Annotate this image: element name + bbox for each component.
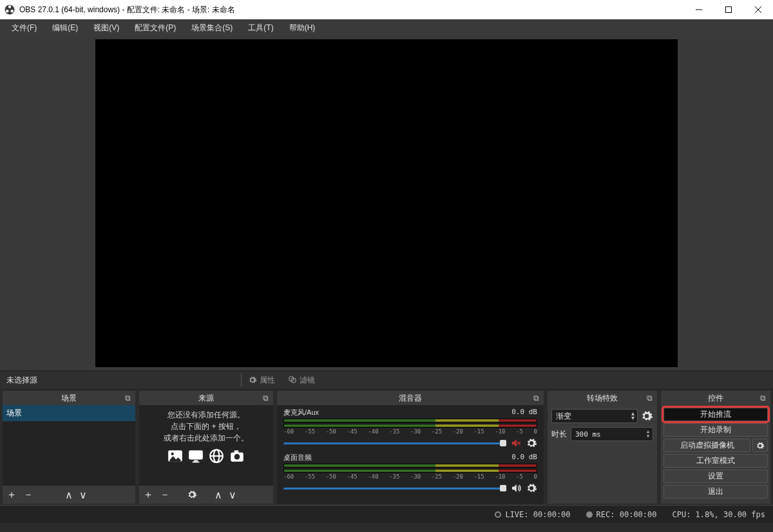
- desktop-ticks: -60-55-50-45-40-35-30-25-20-15-10-50: [283, 473, 537, 480]
- mixer-header: 混音器 ⧉: [277, 391, 544, 405]
- sources-hint-2: 点击下面的 + 按钮，: [146, 421, 267, 432]
- controls-header: 控件 ⧉: [661, 391, 770, 405]
- scenes-list[interactable]: 场景: [3, 405, 135, 486]
- no-source-selected-label: 未选择源: [0, 375, 44, 386]
- exit-button[interactable]: 退出: [663, 485, 768, 499]
- maximize-button[interactable]: [714, 0, 743, 19]
- source-down-button[interactable]: ∨: [229, 489, 236, 501]
- remove-scene-button[interactable]: －: [23, 488, 33, 502]
- start-streaming-button[interactable]: 开始推流: [663, 408, 768, 421]
- scene-down-button[interactable]: ∨: [79, 489, 87, 501]
- gear-icon[interactable]: [640, 410, 653, 423]
- svg-rect-5: [726, 7, 732, 13]
- mic-label: 麦克风/Aux: [283, 408, 319, 417]
- status-rec: REC: 00:00:00: [586, 510, 657, 519]
- properties-label: 属性: [260, 375, 275, 386]
- scenes-toolbar: ＋ － ∧ ∨: [3, 486, 135, 504]
- svg-point-20: [234, 454, 240, 460]
- duration-label: 时长: [551, 429, 567, 440]
- start-recording-button[interactable]: 开始录制: [663, 423, 768, 437]
- source-props-button[interactable]: [187, 489, 197, 500]
- chevron-updown-icon: ▴▾: [631, 411, 635, 420]
- popout-icon[interactable]: ⧉: [260, 393, 271, 403]
- start-virtual-camera-button[interactable]: 启动虚拟摄像机: [663, 439, 750, 452]
- browser-source-icon: [208, 448, 225, 464]
- image-source-icon: [167, 448, 184, 464]
- menu-scene-collection[interactable]: 场景集合(S): [184, 20, 240, 36]
- filters-button[interactable]: 滤镜: [282, 375, 321, 386]
- mic-meter-2: [283, 424, 537, 428]
- scene-up-button[interactable]: ∧: [65, 489, 73, 501]
- status-bar: LIVE: 00:00:00 REC: 00:00:00 CPU: 1.8%, …: [0, 505, 773, 523]
- sources-header: 来源 ⧉: [139, 391, 273, 405]
- filters-label: 滤镜: [300, 375, 315, 386]
- add-scene-button[interactable]: ＋: [6, 488, 17, 502]
- menu-tools[interactable]: 工具(T): [240, 20, 281, 36]
- menu-view[interactable]: 视图(V): [86, 20, 127, 36]
- transitions-header: 转场特效 ⧉: [548, 391, 657, 405]
- desktop-label: 桌面音频: [283, 453, 312, 462]
- remove-source-button[interactable]: －: [160, 488, 170, 502]
- duration-value: 300 ms: [575, 430, 601, 439]
- mixer-body: 麦克风/Aux 0.0 dB -60-55-50-45-40-35-30-25-…: [277, 405, 544, 504]
- menu-help[interactable]: 帮助(H): [282, 20, 323, 36]
- popout-icon[interactable]: ⧉: [122, 393, 133, 403]
- cpu-text: CPU: 1.8%, 30.00 fps: [673, 510, 766, 519]
- svg-point-1: [8, 5, 12, 8]
- preview-canvas[interactable]: [95, 39, 678, 367]
- rec-indicator-icon: [586, 511, 593, 518]
- camera-source-icon: [229, 448, 245, 464]
- menu-profile[interactable]: 配置文件(P): [127, 20, 184, 36]
- sources-toolbar: ＋ － ∧ ∨: [139, 486, 273, 504]
- filter-icon: [288, 375, 297, 385]
- mic-ticks: -60-55-50-45-40-35-30-25-20-15-10-50: [283, 428, 537, 435]
- svg-point-11: [171, 453, 174, 455]
- live-text: LIVE: 00:00:00: [505, 510, 570, 519]
- minimize-button[interactable]: [684, 0, 714, 19]
- transitions-body: 渐变 ▴▾ 时长 300 ms ▴▾: [548, 405, 657, 504]
- virtual-camera-settings-button[interactable]: [752, 439, 768, 452]
- mixer-channel-mic: 麦克风/Aux 0.0 dB -60-55-50-45-40-35-30-25-…: [277, 405, 544, 450]
- status-live: LIVE: 00:00:00: [495, 510, 570, 519]
- gear-icon[interactable]: [526, 482, 537, 494]
- speaker-muted-icon[interactable]: [510, 437, 522, 449]
- mic-db: 0.0 dB: [511, 408, 537, 417]
- sources-list[interactable]: 您还没有添加任何源。 点击下面的 + 按钮， 或者右击此处添加一个。: [139, 405, 273, 486]
- duration-input[interactable]: 300 ms ▴▾: [571, 427, 653, 441]
- speaker-icon[interactable]: [510, 482, 522, 494]
- transitions-panel: 转场特效 ⧉ 渐变 ▴▾ 时长 300 ms ▴▾: [548, 391, 657, 504]
- svg-point-3: [11, 10, 14, 13]
- mic-meter: [283, 419, 537, 423]
- menu-edit[interactable]: 编辑(E): [44, 20, 86, 36]
- close-button[interactable]: [743, 0, 773, 19]
- preview-area: [0, 36, 773, 370]
- transition-selected: 渐变: [556, 411, 571, 422]
- source-up-button[interactable]: ∧: [215, 489, 222, 501]
- live-indicator-icon: [495, 511, 501, 518]
- mixer-channel-desktop: 桌面音频 0.0 dB -60-55-50-45-40-35-30-25-20-…: [277, 450, 544, 495]
- source-type-icons: [139, 448, 273, 464]
- scene-item[interactable]: 场景: [3, 405, 135, 421]
- desktop-meter: [283, 464, 537, 468]
- window-title: OBS 27.0.1 (64-bit, windows) - 配置文件: 未命名…: [19, 5, 684, 15]
- desktop-volume-slider[interactable]: [283, 485, 506, 491]
- menu-bar: 文件(F) 编辑(E) 视图(V) 配置文件(P) 场景集合(S) 工具(T) …: [0, 19, 773, 36]
- svg-rect-12: [189, 450, 203, 459]
- transitions-title: 转场特效: [587, 393, 618, 404]
- add-source-button[interactable]: ＋: [143, 488, 153, 502]
- mic-volume-slider[interactable]: [283, 440, 506, 446]
- popout-icon[interactable]: ⧉: [758, 393, 768, 403]
- svg-point-2: [6, 10, 9, 13]
- gear-icon[interactable]: [526, 437, 537, 449]
- menu-file[interactable]: 文件(F): [4, 20, 44, 36]
- transition-select[interactable]: 渐变 ▴▾: [551, 409, 638, 423]
- settings-button[interactable]: 设置: [663, 470, 768, 483]
- desktop-meter-2: [283, 469, 537, 473]
- rec-text: REC: 00:00:00: [596, 510, 657, 519]
- studio-mode-button[interactable]: 工作室模式: [663, 454, 768, 468]
- mixer-title: 混音器: [399, 393, 422, 404]
- popout-icon[interactable]: ⧉: [531, 393, 541, 403]
- gear-icon: [248, 375, 257, 385]
- properties-button[interactable]: 属性: [242, 375, 282, 386]
- popout-icon[interactable]: ⧉: [644, 393, 654, 403]
